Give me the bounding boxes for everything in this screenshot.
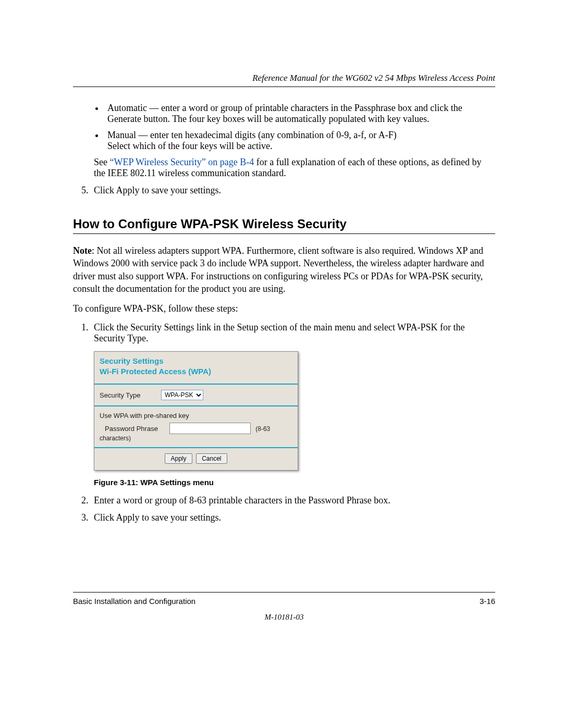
note-paragraph: Note: Not all wireless adapters support …	[73, 244, 495, 295]
header-rule	[73, 87, 495, 87]
see-reference: See “WEP Wireless Security” on page B-4 …	[94, 157, 495, 179]
content-area: Automatic — enter a word or group of pri…	[73, 103, 495, 523]
step-3: Click Apply to save your settings.	[91, 512, 495, 523]
section-heading: How to Configure WPA-PSK Wireless Securi…	[73, 217, 495, 231]
steps-list-2: Enter a word or group of 8-63 printable …	[91, 495, 495, 523]
steps-list: Click the Security Settings link in the …	[91, 322, 495, 344]
security-type-row: Security Type WPA-PSK	[94, 385, 298, 405]
footer: Basic Installation and Configuration 3-1…	[73, 597, 495, 606]
footer-left: Basic Installation and Configuration	[73, 597, 195, 606]
section-rule	[73, 233, 495, 234]
bullet-manual: Manual — enter ten hexadecimal digits (a…	[104, 130, 495, 152]
step-1: Click the Security Settings link in the …	[91, 322, 495, 344]
password-row: Password Phrase (8-63 characters)	[100, 423, 292, 442]
step-list-continued: Click Apply to save your settings.	[91, 185, 495, 196]
page: Reference Manual for the WG602 v2 54 Mbp…	[0, 0, 563, 653]
bullet-list: Automatic — enter a word or group of pri…	[104, 103, 495, 152]
screenshot-title-2: Wi-Fi Protected Access (WPA)	[100, 366, 292, 377]
step-5: Click Apply to save your settings.	[91, 185, 495, 196]
screenshot-title-1: Security Settings	[100, 356, 292, 366]
button-row: Apply Cancel	[94, 448, 298, 470]
step-2: Enter a word or group of 8-63 printable …	[91, 495, 495, 506]
footer-spacer	[73, 529, 495, 592]
security-type-select[interactable]: WPA-PSK	[161, 390, 203, 400]
figure: Security Settings Wi-Fi Protected Access…	[94, 351, 495, 471]
bullet-manual-line2: Select which of the four keys will be ac…	[107, 141, 272, 151]
password-phrase-input[interactable]	[169, 423, 251, 434]
lead-sentence: To configure WPA-PSK, follow these steps…	[73, 302, 495, 315]
footer-rule	[73, 592, 495, 593]
psk-section: Use WPA with pre-shared key Password Phr…	[94, 406, 298, 447]
running-header: Reference Manual for the WG602 v2 54 Mbp…	[73, 73, 495, 83]
cancel-button[interactable]: Cancel	[196, 453, 227, 464]
settings-screenshot: Security Settings Wi-Fi Protected Access…	[94, 351, 298, 471]
figure-caption: Figure 3-11: WPA Settings menu	[94, 478, 495, 487]
wep-security-link[interactable]: “WEP Wireless Security” on page B-4	[110, 157, 254, 167]
note-text: : Not all wireless adapters support WPA.…	[73, 245, 484, 294]
footer-right: 3-16	[480, 597, 495, 606]
screenshot-header: Security Settings Wi-Fi Protected Access…	[94, 352, 298, 384]
document-id: M-10181-03	[73, 613, 495, 622]
password-phrase-label: Password Phrase	[100, 425, 167, 433]
apply-button[interactable]: Apply	[165, 453, 192, 464]
bullet-automatic: Automatic — enter a word or group of pri…	[104, 103, 495, 125]
see-prefix: See	[94, 157, 110, 167]
use-wpa-label: Use WPA with pre-shared key	[100, 412, 292, 419]
bullet-manual-line1: Manual — enter ten hexadecimal digits (a…	[107, 130, 397, 140]
security-type-label: Security Type	[100, 391, 157, 399]
note-label: Note	[73, 245, 92, 256]
